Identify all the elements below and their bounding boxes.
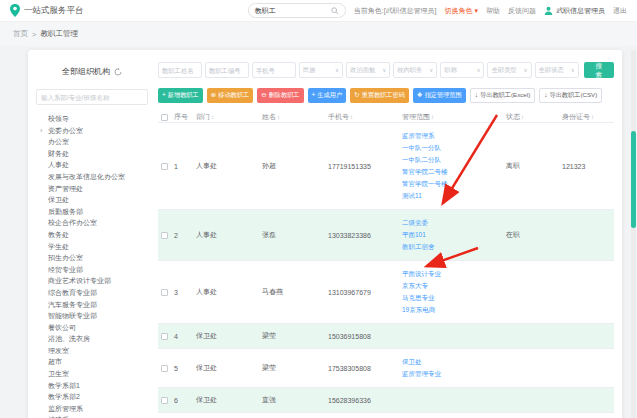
filter-select[interactable]: 职称∨ <box>440 62 484 78</box>
row-checkbox[interactable] <box>161 289 168 296</box>
export-excel-button[interactable]: ↓导出教职工(Excel) <box>470 88 535 103</box>
scope-link[interactable]: 一中队二分队 <box>402 154 506 166</box>
org-tree-item[interactable]: 校领导 <box>48 113 148 125</box>
scope-link[interactable]: 监所管理专业 <box>402 368 506 380</box>
export-csv-button[interactable]: ↓导出教职工(CSV) <box>539 88 602 103</box>
org-tree-item[interactable]: 综合教育专业部 <box>48 287 148 299</box>
table-body: 1人事处孙超17719151335监所管理系一中队一分队一中队二分队警官学院二号… <box>158 123 614 418</box>
column-header[interactable]: 管理范围↕ <box>402 112 506 122</box>
assign-scope-button[interactable]: ❖指定管理范围 <box>413 88 466 103</box>
logout-link[interactable]: 退出 <box>613 6 627 16</box>
export-excel-button-label: 导出教职工(Excel) <box>480 91 530 100</box>
generate-user-button[interactable]: +生成用户 <box>308 88 347 103</box>
sort-icon[interactable]: ↕ <box>591 114 594 120</box>
breadcrumb: 首页 > 教职工管理 <box>0 22 637 46</box>
location-pin-icon <box>10 4 20 17</box>
scope-link[interactable]: 保卫处 <box>402 356 506 368</box>
org-tree-item[interactable]: 汽车服务专业部 <box>48 299 148 311</box>
sort-icon[interactable]: ↕ <box>521 114 524 120</box>
scrollbar-track[interactable] <box>631 50 636 418</box>
org-tree-item[interactable]: ›党委办公室 <box>48 125 148 137</box>
export-csv-button-icon: ↓ <box>544 92 547 99</box>
org-tree-item[interactable]: 教务处 <box>48 229 148 241</box>
search-button[interactable]: 搜索 <box>584 62 614 78</box>
row-checkbox[interactable] <box>161 397 168 404</box>
scope-link[interactable]: 警官学院二号楼 <box>402 166 506 178</box>
sort-icon[interactable]: ↕ <box>277 114 280 120</box>
row-checkbox[interactable] <box>161 333 168 340</box>
filter-input[interactable] <box>252 62 296 78</box>
scope-link[interactable]: 教职工宿舍 <box>402 241 506 253</box>
scope-link[interactable]: 一中队一分队 <box>402 142 506 154</box>
org-tree-item[interactable]: 商业艺术设计专业部 <box>48 275 148 287</box>
sort-icon[interactable]: ↕ <box>211 114 214 120</box>
org-tree-item[interactable]: 资产管理处 <box>48 183 148 195</box>
org-tree-item[interactable]: 智能物联专业部 <box>48 310 148 322</box>
cell-dept: 保卫处 <box>196 395 262 405</box>
row-checkbox[interactable] <box>161 163 168 170</box>
org-tree-item-label: 餐饮公司 <box>48 324 76 331</box>
move-staff-button[interactable]: ⊗移动教职工 <box>207 88 253 103</box>
scope-link[interactable]: 测试11 <box>402 190 506 202</box>
org-tree-item[interactable]: 招生办公室 <box>48 252 148 264</box>
row-checkbox[interactable] <box>161 365 168 372</box>
global-search-input[interactable]: 教职工 <box>248 3 346 18</box>
scope-link[interactable]: 19京东电商 <box>402 304 506 316</box>
switch-role-button[interactable]: 切换角色 ▾ <box>445 6 478 16</box>
org-tree-item[interactable]: 涉建系 <box>48 414 148 418</box>
sort-icon[interactable]: ↕ <box>350 114 353 120</box>
org-tree-item[interactable]: 监所管理系 <box>48 403 148 415</box>
scope-link[interactable]: 京东大专 <box>402 280 506 292</box>
column-header[interactable]: 手机号↕ <box>328 112 402 122</box>
search-icon[interactable] <box>331 7 339 15</box>
org-tree-item[interactable]: 教学系部2 <box>48 391 148 403</box>
scope-link[interactable]: 马克思专业 <box>402 292 506 304</box>
filter-select[interactable]: 政治面貌∨ <box>346 62 390 78</box>
org-tree-item[interactable]: 发展与改革信息化办公室 <box>48 171 148 183</box>
org-tree-item[interactable]: 办公室 <box>48 136 148 148</box>
user-menu[interactable]: 武职信息管理员 <box>544 6 605 16</box>
move-staff-button-icon: ⊗ <box>211 92 216 99</box>
delete-staff-button[interactable]: ⊖删除教职工 <box>257 88 303 103</box>
breadcrumb-home[interactable]: 首页 <box>13 29 28 39</box>
reset-password-button[interactable]: ↻重置教职工密码 <box>350 88 409 103</box>
org-tree-item[interactable]: 人事处 <box>48 159 148 171</box>
org-search-input[interactable] <box>36 89 148 105</box>
filter-select[interactable]: 全部类型∨ <box>487 62 531 78</box>
cell-status: 离职 <box>506 161 562 171</box>
filter-input[interactable] <box>158 62 202 78</box>
column-header[interactable]: 姓名↕ <box>262 112 328 122</box>
scope-link[interactable]: 二级党委 <box>402 217 506 229</box>
org-tree-item[interactable]: 后勤服务部 <box>48 206 148 218</box>
org-tree-item[interactable]: 超市 <box>48 356 148 368</box>
column-header[interactable]: 状态↕ <box>506 112 562 122</box>
org-tree-item[interactable]: 学生处 <box>48 241 148 253</box>
org-tree-item[interactable]: 卫生室 <box>48 368 148 380</box>
scope-link[interactable]: 平面设计专业 <box>402 268 506 280</box>
scope-link[interactable]: 警官学院一号楼 <box>402 178 506 190</box>
org-tree-item[interactable]: 校企合作办公室 <box>48 217 148 229</box>
filter-input[interactable] <box>205 62 249 78</box>
feedback-link[interactable]: 反馈问题 <box>508 6 536 16</box>
org-tree-item[interactable]: 经贸专业部 <box>48 264 148 276</box>
row-checkbox[interactable] <box>161 232 168 239</box>
scrollbar-thumb[interactable] <box>631 131 636 228</box>
sort-icon[interactable]: ↕ <box>431 114 434 120</box>
refresh-icon[interactable] <box>114 68 122 76</box>
filter-select[interactable]: 全部状态∨ <box>535 62 579 78</box>
org-tree-item[interactable]: 保卫处 <box>48 194 148 206</box>
filter-select[interactable]: 校内职务∨ <box>393 62 437 78</box>
select-all-checkbox[interactable] <box>161 114 168 121</box>
org-tree-item[interactable]: 餐饮公司 <box>48 322 148 334</box>
org-tree-item[interactable]: 教学系部1 <box>48 380 148 392</box>
scope-link[interactable]: 平面101 <box>402 229 506 241</box>
column-header[interactable]: 部门↕ <box>196 112 262 122</box>
org-tree-item[interactable]: 理发室 <box>48 345 148 357</box>
scope-link[interactable]: 监所管理系 <box>402 130 506 142</box>
column-header[interactable]: 身份证号↕ <box>562 112 612 122</box>
org-tree-item[interactable]: 浴池、洗衣房 <box>48 333 148 345</box>
help-link[interactable]: 帮助 <box>486 6 500 16</box>
org-tree-item[interactable]: 财务处 <box>48 148 148 160</box>
add-staff-button[interactable]: +新增教职工 <box>158 88 203 103</box>
filter-select[interactable]: 民族∨ <box>299 62 343 78</box>
